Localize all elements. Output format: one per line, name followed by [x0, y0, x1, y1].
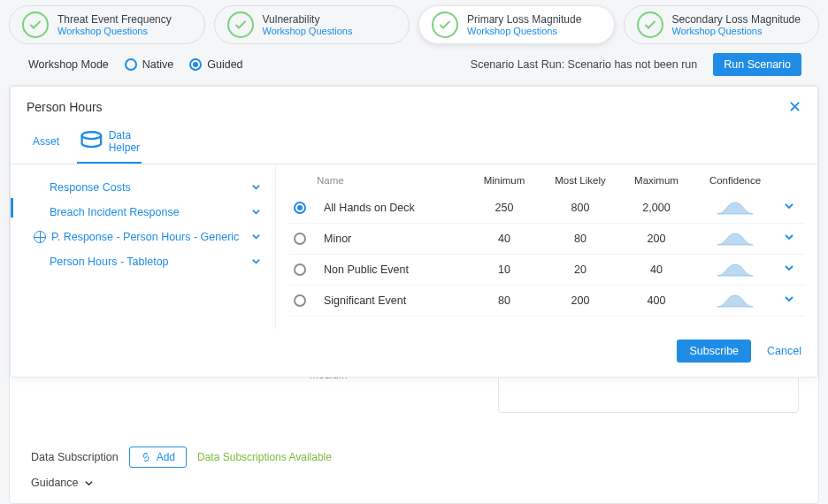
row-ml: 200 [545, 294, 616, 307]
pill-title: Vulnerability [263, 13, 353, 26]
row-name: Minor [324, 233, 464, 245]
row-radio[interactable] [294, 202, 306, 214]
expand-row[interactable] [778, 263, 800, 276]
tab-data-helper[interactable]: Data Helper [77, 124, 142, 164]
row-max: 400 [621, 294, 692, 307]
subscriptions-available: Data Subscriptions Available [197, 451, 332, 463]
pill-sub: Workshop Questions [672, 26, 801, 36]
pill-1[interactable]: VulnerabilityWorkshop Questions [214, 5, 410, 44]
link-icon [141, 452, 151, 462]
tree-nav: Response CostsBreach Incident ResponseP.… [11, 164, 276, 329]
pill-0[interactable]: Threat Event FrequencyWorkshop Questions [9, 5, 205, 44]
add-button[interactable]: Add [129, 447, 187, 468]
mode-native-radio[interactable]: Native [125, 58, 173, 71]
tree-item-2[interactable]: P. Response - Person Hours - Generic [11, 225, 275, 249]
check-icon [432, 11, 458, 38]
row-name: All Hands on Deck [324, 202, 464, 214]
row-min: 80 [469, 294, 540, 307]
table-row[interactable]: All Hands on Deck2508002,000 [288, 193, 805, 224]
row-name: Significant Event [324, 294, 464, 307]
tree-item-3[interactable]: Person Hours - Tabletop [11, 249, 275, 274]
distribution-icon [697, 262, 773, 278]
close-icon[interactable]: ✕ [788, 99, 801, 115]
tree-item-0[interactable]: Response Costs [11, 175, 275, 200]
row-max: 200 [621, 233, 692, 245]
stack-icon [79, 129, 104, 155]
table-row[interactable]: Significant Event80200400 [288, 286, 805, 317]
pill-title: Primary Loss Magnitude [467, 13, 581, 26]
col-min: Minimum [469, 175, 540, 186]
row-ml: 80 [545, 233, 616, 245]
check-icon [227, 11, 254, 38]
row-max: 40 [621, 263, 692, 276]
globe-icon [34, 231, 46, 243]
chevron-down-icon [251, 207, 261, 217]
row-radio[interactable] [294, 263, 306, 276]
col-max: Maximum [621, 175, 692, 186]
distribution-icon [697, 200, 773, 216]
run-scenario-button[interactable]: Run Scenario [713, 53, 801, 76]
distribution-icon [697, 231, 773, 247]
expand-row[interactable] [778, 294, 800, 307]
row-max: 2,000 [621, 202, 692, 214]
pill-sub: Workshop Questions [58, 26, 172, 36]
guidance-toggle[interactable]: Guidance [31, 471, 94, 489]
expand-row[interactable] [778, 201, 800, 214]
chevron-down-icon [251, 182, 261, 192]
row-min: 40 [469, 233, 540, 245]
chevron-down-icon [84, 478, 94, 488]
pill-2[interactable]: Primary Loss MagnitudeWorkshop Questions [418, 5, 615, 44]
data-subscription-label: Data Subscription [31, 451, 119, 463]
subscribe-button[interactable]: Subscribe [677, 340, 751, 363]
data-helper-panel: Person Hours ✕ Asset Data Helper Respons… [10, 86, 818, 378]
expand-row[interactable] [778, 232, 800, 245]
chevron-down-icon [251, 256, 261, 266]
chevron-down-icon [251, 232, 261, 241]
pill-title: Threat Event Frequency [58, 13, 172, 26]
main-card: Person Hours ✕ Asset Data Helper Respons… [9, 85, 819, 504]
check-icon [22, 11, 49, 38]
row-ml: 20 [545, 263, 616, 276]
mode-guided-radio[interactable]: Guided [189, 58, 242, 71]
col-ml: Most Likely [545, 175, 616, 186]
table-row[interactable]: Non Public Event102040 [288, 255, 805, 286]
pill-title: Secondary Loss Magnitude [672, 13, 801, 26]
data-grid: Name Minimum Most Likely Maximum Confide… [276, 164, 817, 329]
row-min: 250 [469, 202, 540, 214]
row-ml: 800 [545, 202, 616, 214]
distribution-icon [697, 293, 773, 309]
cancel-button[interactable]: Cancel [767, 345, 801, 357]
scenario-status: Scenario Last Run: Scenario has not been… [471, 58, 697, 71]
svg-point-2 [82, 132, 102, 139]
table-row[interactable]: Minor4080200 [288, 224, 805, 255]
workshop-pills: Threat Event FrequencyWorkshop Questions… [9, 5, 819, 44]
workshop-mode-label: Workshop Mode [28, 58, 109, 71]
tab-asset[interactable]: Asset [27, 124, 61, 164]
col-conf: Confidence [697, 175, 773, 186]
row-name: Non Public Event [324, 263, 464, 276]
row-min: 10 [469, 263, 540, 276]
col-name: Name [294, 175, 464, 186]
check-icon [637, 11, 663, 38]
tree-item-1[interactable]: Breach Incident Response [11, 200, 275, 225]
pill-3[interactable]: Secondary Loss MagnitudeWorkshop Questio… [624, 5, 820, 44]
row-radio[interactable] [294, 233, 306, 245]
row-radio[interactable] [294, 294, 306, 307]
pill-sub: Workshop Questions [263, 26, 353, 36]
panel-title: Person Hours [27, 100, 103, 114]
pill-sub: Workshop Questions [467, 26, 581, 36]
